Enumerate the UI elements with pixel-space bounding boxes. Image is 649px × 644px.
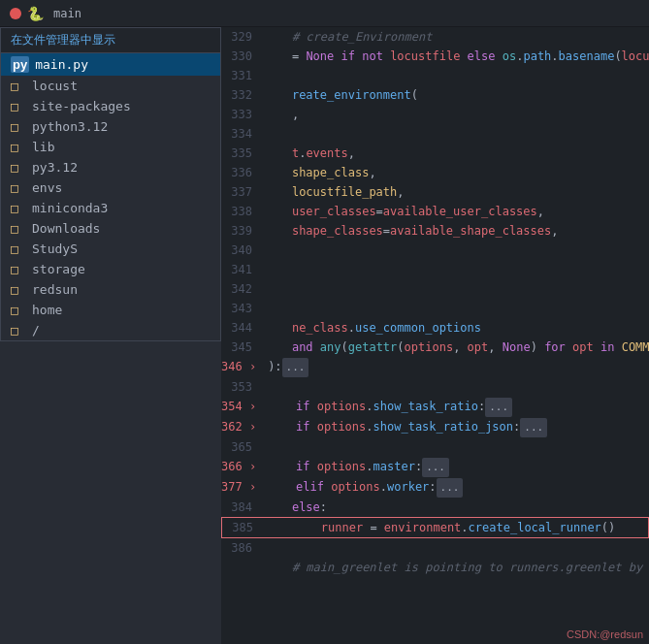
line-content-335: t.events, (260, 144, 649, 163)
line-num-331: 331 (221, 66, 260, 85)
folder-icon-py312: □ (11, 160, 26, 175)
filetree-label-lib: lib (32, 140, 54, 154)
code-line-384: 384 else: (221, 498, 649, 517)
line-num-333: 333 (221, 105, 260, 124)
line-num-341: 341 (221, 260, 260, 279)
code-line-333: 333 , (221, 105, 649, 124)
line-num-377: 377 › (221, 477, 264, 497)
filetree-label-root: / (32, 323, 40, 338)
line-content-330: = None if not locustfile else os.path.ba… (260, 47, 649, 66)
line-num-384: 384 (221, 498, 260, 517)
filetree-label-redsun: redsun (32, 282, 78, 297)
editor-area: 329 # create_Environment 330 = None if n… (221, 27, 649, 644)
filetree-label-miniconda3: miniconda3 (32, 201, 108, 215)
line-num-335: 335 (221, 144, 260, 163)
code-line-337: 337 locustfile_path, (221, 182, 649, 202)
code-line-385: 385 runner = environment.create_local_ru… (221, 517, 649, 538)
code-line-339: 339 shape_classes=available_shape_classe… (221, 221, 649, 241)
line-num-338: 338 (221, 202, 260, 221)
code-line-362: 362 › if options.show_task_ratio_json:..… (221, 417, 649, 437)
line-num-345: 345 (221, 338, 260, 357)
filetree-item-downloads[interactable]: □ Downloads (1, 218, 220, 239)
line-content-346: ):... (264, 357, 649, 377)
filetree-label-py312: py3.12 (32, 160, 78, 175)
code-line-365: 365 (221, 437, 649, 457)
code-line-comment: # main_greenlet is pointing to runners.g… (221, 558, 649, 577)
title-bar-title: main (53, 7, 81, 20)
filetree-item-redsun[interactable]: □ redsun (1, 279, 220, 300)
line-content-344: ne_class.use_common_options (260, 318, 649, 338)
filetree-label-locust: locust (32, 79, 78, 93)
line-num-336: 336 (221, 163, 260, 182)
filetree-item-python312[interactable]: □ python3.12 (1, 116, 220, 137)
folder-icon-python312: □ (11, 119, 26, 134)
line-content-337: locustfile_path, (260, 182, 649, 202)
filetree-label-python312: python3.12 (32, 119, 108, 134)
filetree-item-py312[interactable]: □ py3.12 (1, 157, 220, 177)
line-content-385: runner = environment.create_local_runner… (261, 518, 648, 537)
filetree-item-home[interactable]: □ home (1, 300, 220, 320)
filetree-label-home: home (32, 303, 62, 317)
filetree-item-root[interactable]: □ / (1, 320, 220, 340)
code-line-334: 334 (221, 124, 649, 144)
title-bar: 🐍 main (0, 0, 649, 27)
folder-icon-root: □ (11, 323, 26, 338)
line-num-386: 386 (221, 538, 260, 558)
line-num-362: 362 › (221, 417, 264, 436)
code-line-336: 336 shape_class, (221, 163, 649, 182)
code-line-335: 335 t.events, (221, 144, 649, 163)
line-content-339: shape_classes=available_shape_classes, (260, 221, 649, 241)
folder-icon-miniconda3: □ (11, 201, 26, 215)
folder-icon-lib: □ (11, 140, 26, 154)
folder-icon-redsun: □ (11, 282, 26, 297)
code-line-386: 386 (221, 538, 649, 558)
folder-icon-locust: □ (11, 79, 26, 93)
filetree-label-envs: envs (32, 180, 62, 195)
filetree-item-lib[interactable]: □ lib (1, 137, 220, 157)
code-lines: 329 # create_Environment 330 = None if n… (221, 27, 649, 577)
code-line-345: 345 and any(getattr(options, opt, None) … (221, 338, 649, 357)
filetree-label-site-packages: site-packages (32, 99, 131, 113)
line-content-345: and any(getattr(options, opt, None) for … (260, 338, 649, 357)
filetree-item-site-packages[interactable]: □ site-packages (1, 96, 220, 116)
filetree-item-locust[interactable]: □ locust (1, 76, 220, 96)
code-line-377: 377 › elif options.worker:... (221, 477, 649, 498)
filetree-item-studys[interactable]: □ StudyS (1, 239, 220, 259)
folder-icon-home: □ (11, 303, 26, 317)
line-content-333: , (260, 105, 649, 124)
filetree-item-envs[interactable]: □ envs (1, 177, 220, 198)
line-content-377: elif options.worker:... (264, 477, 649, 498)
line-content-336: shape_class, (260, 163, 649, 182)
line-num-366: 366 › (221, 457, 264, 476)
filetree-item-storage[interactable]: □ storage (1, 259, 220, 279)
window-dot (10, 8, 21, 19)
code-line-330: 330 = None if not locustfile else os.pat… (221, 47, 649, 66)
watermark: CSDN:@redsun (567, 628, 643, 640)
line-content-362: if options.show_task_ratio_json:... (264, 417, 649, 437)
line-num-332: 332 (221, 85, 260, 105)
code-line-329: 329 # create_Environment (221, 27, 649, 47)
line-content-366: if options.master:... (264, 457, 649, 477)
line-num-385: 385 (222, 518, 261, 537)
title-bar-icon: 🐍 (27, 6, 44, 21)
line-num-353: 353 (221, 377, 260, 397)
filetree-item-main-py[interactable]: py main.py (1, 53, 220, 76)
code-line-354: 354 › if options.show_task_ratio:... (221, 397, 649, 417)
filetree-label-storage: storage (32, 262, 85, 276)
code-line-343: 343 (221, 299, 649, 318)
line-num-330: 330 (221, 47, 260, 66)
folder-icon-downloads: □ (11, 221, 26, 236)
filetree-item-miniconda3[interactable]: □ miniconda3 (1, 198, 220, 218)
code-line-332: 332 reate_environment( (221, 85, 649, 105)
filetree-label-downloads: Downloads (32, 221, 100, 236)
filetree-header: 在文件管理器中显示 (1, 28, 220, 53)
line-num-329: 329 (221, 27, 260, 47)
python-file-icon: py (11, 56, 29, 73)
line-num-354: 354 › (221, 397, 264, 416)
line-content-338: user_classes=available_user_classes, (260, 202, 649, 221)
folder-icon-storage: □ (11, 262, 26, 276)
filetree-label-main-py: main.py (35, 57, 88, 72)
line-content-329: # create_Environment (260, 27, 649, 47)
code-line-353: 353 (221, 377, 649, 397)
line-content-384: else: (260, 498, 649, 517)
